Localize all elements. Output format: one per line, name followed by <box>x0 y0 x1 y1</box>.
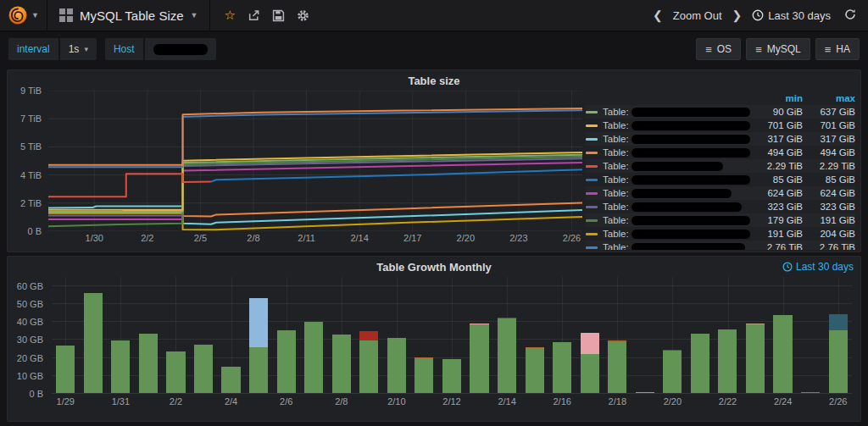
menu-button-os[interactable]: ≡OS <box>696 38 741 60</box>
save-icon[interactable] <box>272 9 285 22</box>
growth-bar[interactable] <box>56 346 75 393</box>
growth-bar[interactable] <box>139 334 158 393</box>
time-range-picker[interactable]: Last 30 days <box>752 9 831 22</box>
bar-segment-green <box>663 351 682 393</box>
legend-series-label[interactable]: Table: <box>603 161 750 171</box>
legend-max-header[interactable]: max <box>803 93 855 103</box>
growth-bar[interactable] <box>829 314 848 393</box>
growth-bar[interactable] <box>221 367 240 393</box>
panel-table-size: Table size 0 B2 TiB4 TiB5 TiB7 TiB9 TiB … <box>7 69 861 252</box>
zoom-out-button[interactable]: Zoom Out <box>673 9 722 22</box>
legend-min-header[interactable]: min <box>750 93 803 103</box>
legend-series-label[interactable]: Table: <box>603 120 750 130</box>
growth-bar[interactable] <box>470 324 488 393</box>
growth-bar[interactable] <box>636 392 654 393</box>
legend-series-label[interactable]: Table: <box>603 188 750 198</box>
grafana-logo-menu[interactable]: ▼ <box>0 0 47 30</box>
legend-series-label[interactable]: Table: <box>603 107 750 117</box>
menu-button-mysql[interactable]: ≡MySQL <box>746 38 810 60</box>
interval-variable-dropdown[interactable]: 1s▾ <box>60 38 97 60</box>
host-variable-label: Host <box>105 38 143 60</box>
table-size-chart[interactable]: 0 B2 TiB4 TiB5 TiB7 TiB9 TiB 1/302/22/52… <box>13 91 582 250</box>
panel-table-growth-title[interactable]: Table Growth Monthly <box>8 257 860 275</box>
legend-color-swatch[interactable] <box>586 246 598 249</box>
growth-bar[interactable] <box>746 324 765 393</box>
top-navbar: ▼ MySQL Table Size ▼ ☆ ❮ Zoom Out ❯ Last… <box>0 0 868 32</box>
redacted-table-name <box>632 243 745 251</box>
time-back-icon[interactable]: ❮ <box>651 8 665 22</box>
legend-color-swatch[interactable] <box>586 124 598 127</box>
legend-series-label[interactable]: Table: <box>603 147 750 158</box>
series-blue-table[interactable] <box>211 169 582 181</box>
growth-bar[interactable] <box>304 322 323 393</box>
redacted-table-name <box>632 162 723 171</box>
x-tick-label: 2/22 <box>719 396 737 407</box>
legend-color-swatch[interactable] <box>586 152 598 154</box>
growth-bar[interactable] <box>359 331 378 393</box>
growth-y-axis: 0 B10 GB20 GB30 GB40 GB50 GB60 GB <box>14 277 48 394</box>
growth-bar[interactable] <box>387 338 406 393</box>
legend-color-swatch[interactable] <box>586 138 598 141</box>
growth-bar[interactable] <box>691 334 709 393</box>
growth-bar[interactable] <box>194 345 213 393</box>
legend-series-label[interactable]: Table: <box>603 229 750 239</box>
legend-series-label[interactable]: Table: <box>603 242 750 250</box>
growth-bar[interactable] <box>581 333 599 393</box>
legend-min-value: 85 GiB <box>750 174 803 185</box>
legend-color-swatch[interactable] <box>586 233 598 235</box>
growth-bar[interactable] <box>415 357 433 393</box>
growth-bar[interactable] <box>442 359 461 393</box>
bar-segment-green <box>139 334 158 393</box>
growth-bar[interactable] <box>498 318 516 393</box>
legend-color-swatch[interactable] <box>586 192 598 195</box>
legend-series-label[interactable]: Table: <box>603 134 750 144</box>
growth-bar[interactable] <box>332 335 351 393</box>
legend-color-swatch[interactable] <box>586 206 598 208</box>
menu-button-ha[interactable]: ≡HA <box>815 38 860 60</box>
legend-row: Table:624 GiB624 GiB <box>586 186 855 200</box>
growth-bar[interactable] <box>166 351 185 393</box>
series-red-table[interactable] <box>48 174 211 196</box>
host-variable-dropdown[interactable] <box>145 38 216 60</box>
growth-bar[interactable] <box>526 347 544 393</box>
redacted-table-name <box>632 189 732 198</box>
legend-color-swatch[interactable] <box>586 219 598 222</box>
growth-chart[interactable] <box>52 277 852 394</box>
growth-bar[interactable] <box>801 392 820 393</box>
legend-color-swatch[interactable] <box>586 179 598 181</box>
series-orange-low-table[interactable] <box>123 202 582 216</box>
growth-bar[interactable] <box>663 350 682 393</box>
y-tick-label: 7 TiB <box>20 113 42 124</box>
growth-bar[interactable] <box>277 330 296 393</box>
growth-bar[interactable] <box>111 340 130 393</box>
share-icon[interactable] <box>248 9 260 22</box>
legend-series-label[interactable]: Table: <box>603 202 750 212</box>
x-tick-label: 2/20 <box>457 233 475 243</box>
bar-segment-teal <box>829 314 848 330</box>
redacted-table-name <box>632 202 742 212</box>
refresh-icon[interactable] <box>844 8 856 23</box>
x-tick-label: 2/6 <box>280 396 292 407</box>
legend-color-swatch[interactable] <box>586 111 598 113</box>
legend-color-swatch[interactable] <box>586 165 598 168</box>
growth-bar[interactable] <box>773 315 792 393</box>
growth-bar[interactable] <box>608 340 626 393</box>
growth-bar[interactable] <box>553 342 571 394</box>
x-tick-label: 2/14 <box>350 233 368 243</box>
legend-series-label[interactable]: Table: <box>603 215 750 225</box>
clock-icon <box>782 262 793 272</box>
legend-series-label[interactable]: Table: <box>603 174 750 185</box>
dashboard-picker[interactable]: MySQL Table Size ▼ <box>47 0 210 30</box>
growth-bar[interactable] <box>718 329 737 393</box>
bar-segment-green <box>166 351 185 393</box>
gear-icon[interactable] <box>297 9 309 22</box>
time-forward-icon[interactable]: ❯ <box>731 8 744 22</box>
growth-bar[interactable] <box>249 298 268 394</box>
panel-time-override[interactable]: Last 30 days <box>782 261 854 273</box>
legend-row: Table:85 GiB85 GiB <box>586 173 855 186</box>
y-tick-label: 0 B <box>29 389 43 399</box>
growth-bar[interactable] <box>84 293 103 393</box>
legend-max-value: 637 GiB <box>803 107 855 117</box>
panel-table-size-title[interactable]: Table size <box>8 70 860 89</box>
star-icon[interactable]: ☆ <box>224 8 235 23</box>
